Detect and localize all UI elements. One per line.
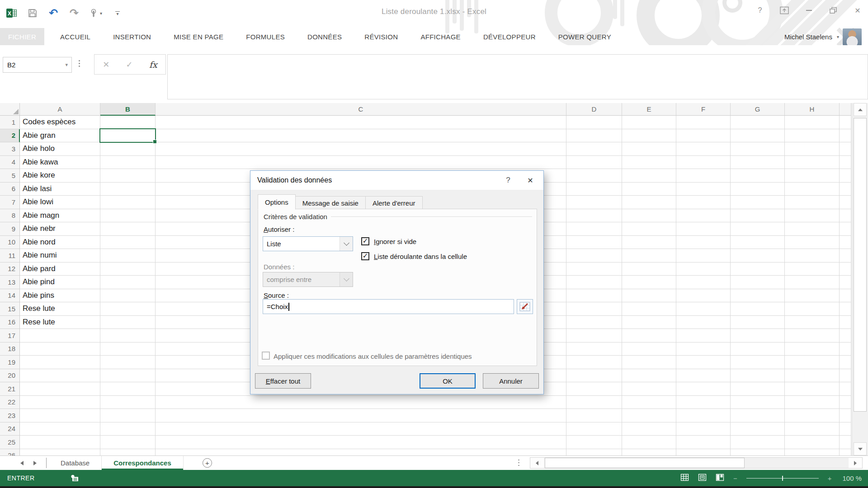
cell-partial[interactable] xyxy=(840,449,851,456)
cell-B4[interactable] xyxy=(100,156,156,169)
cell-F16[interactable] xyxy=(676,316,731,329)
cell-H4[interactable] xyxy=(785,156,840,169)
row-header-11[interactable]: 11 xyxy=(0,249,20,263)
column-header-E[interactable]: E xyxy=(622,103,676,116)
cell-A16[interactable]: Rese lute xyxy=(20,316,100,329)
zoom-out-icon[interactable]: − xyxy=(733,474,737,482)
normal-view-icon[interactable] xyxy=(680,474,689,483)
formula-bar-input[interactable] xyxy=(167,54,868,99)
cell-D2[interactable] xyxy=(566,129,622,143)
dialog-help-icon[interactable]: ? xyxy=(499,176,517,185)
cell-partial[interactable] xyxy=(840,196,851,209)
row-header-19[interactable]: 19 xyxy=(0,356,20,369)
cell-E19[interactable] xyxy=(622,356,676,369)
cell-partial[interactable] xyxy=(840,263,851,276)
cell-E4[interactable] xyxy=(622,156,676,169)
cell-F6[interactable] xyxy=(676,183,731,196)
cell-B21[interactable] xyxy=(100,382,156,396)
cell-E7[interactable] xyxy=(622,196,676,209)
ribbon-tab-mise-en-page[interactable]: MISE EN PAGE xyxy=(162,28,235,45)
in-cell-dropdown-checkbox[interactable]: ✓ xyxy=(361,252,369,260)
cell-partial[interactable] xyxy=(840,222,851,236)
cell-E25[interactable] xyxy=(622,436,676,449)
cell-H15[interactable] xyxy=(785,302,840,316)
column-header-D[interactable]: D xyxy=(566,103,622,116)
scroll-up-button[interactable] xyxy=(854,103,867,116)
cell-D26[interactable] xyxy=(566,449,622,456)
cell-B13[interactable] xyxy=(100,276,156,289)
cell-G9[interactable] xyxy=(731,222,785,236)
cell-G26[interactable] xyxy=(731,449,785,456)
active-cell-selection[interactable] xyxy=(99,128,156,143)
cell-partial[interactable] xyxy=(840,343,851,356)
cell-partial[interactable] xyxy=(840,409,851,422)
cell-C1[interactable] xyxy=(156,116,566,129)
cell-H20[interactable] xyxy=(785,369,840,383)
cell-B25[interactable] xyxy=(100,436,156,449)
cell-B7[interactable] xyxy=(100,196,156,209)
cell-A19[interactable] xyxy=(20,356,100,369)
row-header-13[interactable]: 13 xyxy=(0,276,20,289)
cell-E15[interactable] xyxy=(622,302,676,316)
ribbon-tab-fichier[interactable]: FICHIER xyxy=(0,28,44,45)
cell-C23[interactable] xyxy=(156,409,566,422)
cell-C22[interactable] xyxy=(156,396,566,409)
row-header-18[interactable]: 18 xyxy=(0,343,20,356)
cell-C2[interactable] xyxy=(156,129,566,143)
avatar[interactable] xyxy=(843,28,862,46)
cell-D1[interactable] xyxy=(566,116,622,129)
cell-E14[interactable] xyxy=(622,289,676,303)
row-header-21[interactable]: 21 xyxy=(0,382,20,396)
cell-D19[interactable] xyxy=(566,356,622,369)
cell-partial[interactable] xyxy=(840,183,851,196)
cell-F25[interactable] xyxy=(676,436,731,449)
dialog-close-icon[interactable]: ✕ xyxy=(517,176,543,185)
cell-H2[interactable] xyxy=(785,129,840,143)
cell-G4[interactable] xyxy=(731,156,785,169)
cell-H14[interactable] xyxy=(785,289,840,303)
cell-D14[interactable] xyxy=(566,289,622,303)
cell-F12[interactable] xyxy=(676,263,731,276)
cell-B26[interactable] xyxy=(100,449,156,456)
cell-A2[interactable]: Abie gran xyxy=(20,129,100,143)
row-header-20[interactable]: 20 xyxy=(0,369,20,383)
cell-G23[interactable] xyxy=(731,409,785,422)
cell-A24[interactable] xyxy=(20,422,100,436)
column-header-F[interactable]: F xyxy=(676,103,731,116)
cell-B19[interactable] xyxy=(100,356,156,369)
cell-A11[interactable]: Abie numi xyxy=(20,249,100,263)
cell-A22[interactable] xyxy=(20,396,100,409)
cell-H24[interactable] xyxy=(785,422,840,436)
cell-B16[interactable] xyxy=(100,316,156,329)
select-all-corner[interactable] xyxy=(0,103,20,116)
next-sheet-icon[interactable] xyxy=(33,461,39,465)
horizontal-scrollbar[interactable] xyxy=(530,457,863,469)
cell-A12[interactable]: Abie pard xyxy=(20,263,100,276)
cell-B1[interactable] xyxy=(100,116,156,129)
row-header-7[interactable]: 7 xyxy=(0,196,20,209)
cell-G14[interactable] xyxy=(731,289,785,303)
row-header-3[interactable]: 3 xyxy=(0,142,20,156)
cell-F7[interactable] xyxy=(676,196,731,209)
dialog-title-bar[interactable]: Validation des données ? ✕ xyxy=(250,171,543,190)
cell-E2[interactable] xyxy=(622,129,676,143)
cell-partial[interactable] xyxy=(840,422,851,436)
cell-D18[interactable] xyxy=(566,343,622,356)
scroll-right-button[interactable] xyxy=(849,458,862,468)
cell-C3[interactable] xyxy=(156,142,566,156)
ribbon-tab-révision[interactable]: RÉVISION xyxy=(353,28,409,45)
cell-F4[interactable] xyxy=(676,156,731,169)
column-header-B[interactable]: B xyxy=(100,103,156,116)
cell-F11[interactable] xyxy=(676,249,731,263)
enter-icon[interactable]: ✓ xyxy=(126,60,133,70)
cell-A26[interactable] xyxy=(20,449,100,456)
previous-sheet-icon[interactable] xyxy=(18,461,24,465)
cell-partial[interactable] xyxy=(840,276,851,289)
cell-G3[interactable] xyxy=(731,142,785,156)
cell-F1[interactable] xyxy=(676,116,731,129)
cell-D25[interactable] xyxy=(566,436,622,449)
cell-F19[interactable] xyxy=(676,356,731,369)
cell-A25[interactable] xyxy=(20,436,100,449)
cell-A17[interactable] xyxy=(20,329,100,343)
source-input[interactable]: =Choix xyxy=(263,299,514,314)
